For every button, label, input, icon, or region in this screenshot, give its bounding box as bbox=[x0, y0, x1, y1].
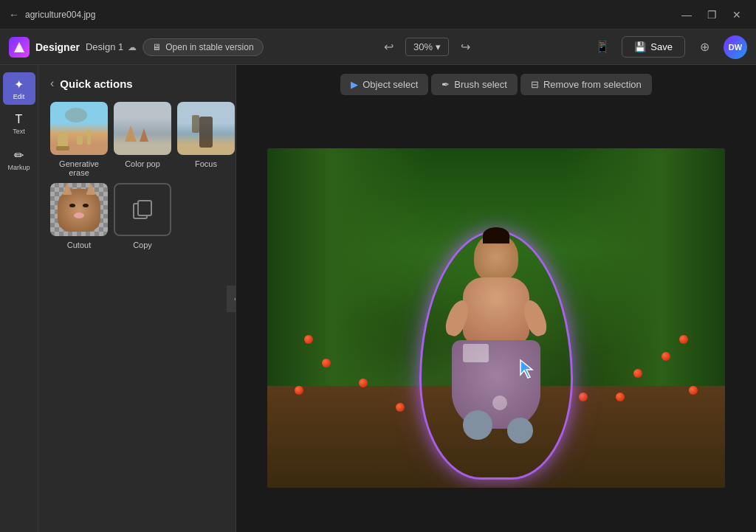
copy-icon bbox=[131, 198, 154, 221]
cursor-arrow-icon bbox=[519, 359, 534, 379]
action-generative-erase[interactable]: Generative erase bbox=[50, 102, 108, 177]
tomato bbox=[304, 335, 313, 344]
agriculture-background bbox=[267, 148, 725, 488]
minimize-button[interactable]: — bbox=[676, 4, 697, 25]
share-icon: ⊕ bbox=[700, 40, 709, 54]
design-label: Design 1 ☁ bbox=[86, 41, 137, 52]
brand-name: Designer bbox=[35, 41, 80, 53]
close-button[interactable]: ✕ bbox=[726, 4, 747, 25]
menu-right: 📱 💾 Save ⊕ DW bbox=[591, 35, 747, 59]
copy-thumbnail bbox=[114, 183, 171, 236]
panel-title: Quick actions bbox=[60, 77, 132, 90]
tomato bbox=[396, 403, 405, 412]
chevron-down-icon: ▾ bbox=[436, 41, 441, 52]
highlight-shape bbox=[463, 344, 489, 362]
brush-select-button[interactable]: ✒ Brush select bbox=[431, 74, 518, 95]
selection-toolbar: ▶ Object select ✒ Brush select ⊟ Remove … bbox=[236, 65, 756, 103]
svg-marker-0 bbox=[14, 42, 24, 52]
undo-button[interactable]: ↩ bbox=[379, 37, 399, 58]
focus-thumbnail bbox=[177, 102, 235, 155]
quick-actions-panel: ‹ Quick actions Generative erase bbox=[38, 65, 236, 532]
redo-button[interactable]: ↪ bbox=[455, 37, 475, 58]
maximize-button[interactable]: ❐ bbox=[701, 4, 722, 25]
color-pop-label: Color pop bbox=[125, 159, 160, 168]
action-color-pop[interactable]: Color pop bbox=[114, 102, 171, 177]
brand-logo bbox=[9, 37, 30, 58]
save-button[interactable]: 💾 Save bbox=[622, 36, 685, 58]
mobile-preview-button[interactable]: 📱 bbox=[591, 35, 614, 59]
monitor-icon: 🖥 bbox=[152, 42, 161, 52]
tomato bbox=[689, 386, 698, 395]
canvas-container bbox=[236, 103, 756, 532]
avatar[interactable]: DW bbox=[724, 35, 747, 59]
menu-center: ↩ 30% ▾ ↪ bbox=[272, 37, 583, 58]
generative-erase-thumbnail bbox=[50, 102, 108, 155]
svg-rect-2 bbox=[138, 201, 151, 215]
back-nav-icon[interactable]: ← bbox=[9, 9, 19, 21]
tomato bbox=[579, 393, 588, 401]
open-stable-button[interactable]: 🖥 Open in stable version bbox=[142, 38, 263, 56]
sidebar-item-markup[interactable]: ✏ Markup bbox=[3, 143, 35, 176]
window-controls: — ❐ ✕ bbox=[676, 4, 747, 25]
save-icon: 💾 bbox=[634, 41, 646, 52]
phone-icon: 📱 bbox=[595, 40, 610, 54]
tomato bbox=[322, 359, 331, 367]
action-focus[interactable]: Focus bbox=[177, 102, 235, 177]
cloud-save-icon: ☁ bbox=[128, 42, 137, 52]
generative-erase-label: Generative erase bbox=[50, 159, 108, 177]
text-icon: T bbox=[16, 113, 23, 126]
canvas-area: ▶ Object select ✒ Brush select ⊟ Remove … bbox=[236, 65, 756, 532]
object-select-button[interactable]: ▶ Object select bbox=[340, 74, 428, 95]
tool-sidebar: ✦ Edit T Text ✏ Markup bbox=[0, 65, 38, 532]
remove-selection-icon: ⊟ bbox=[531, 79, 539, 90]
window-title: agriculture004.jpg bbox=[25, 10, 95, 20]
action-cutout[interactable]: Cutout bbox=[50, 183, 108, 249]
panel-collapse-handle[interactable]: ‹ bbox=[227, 286, 236, 312]
remove-from-selection-button[interactable]: ⊟ Remove from selection bbox=[520, 74, 652, 95]
back-button[interactable]: ‹ bbox=[50, 77, 54, 90]
action-copy[interactable]: Copy bbox=[114, 183, 171, 249]
focus-label: Focus bbox=[195, 159, 217, 168]
tomato bbox=[633, 369, 642, 378]
sidebar-item-text[interactable]: T Text bbox=[3, 108, 35, 140]
object-select-icon: ▶ bbox=[351, 79, 358, 90]
tomato bbox=[295, 386, 303, 395]
title-bar: ← agriculture004.jpg — ❐ ✕ bbox=[0, 0, 756, 30]
share-button[interactable]: ⊕ bbox=[693, 35, 716, 59]
edit-icon: ✦ bbox=[14, 77, 24, 91]
main-content: ✦ Edit T Text ✏ Markup ‹ Quick actions bbox=[0, 65, 756, 532]
zoom-control[interactable]: 30% ▾ bbox=[405, 38, 449, 56]
cutout-label: Cutout bbox=[67, 241, 91, 249]
menu-bar: Designer Design 1 ☁ 🖥 Open in stable ver… bbox=[0, 30, 756, 65]
sidebar-item-edit[interactable]: ✦ Edit bbox=[3, 72, 35, 105]
tomato bbox=[662, 352, 670, 361]
cutout-thumbnail bbox=[50, 183, 108, 236]
canvas-image bbox=[267, 148, 725, 488]
panel-header: ‹ Quick actions bbox=[50, 77, 224, 90]
person-selection bbox=[422, 233, 570, 477]
svg-marker-3 bbox=[520, 360, 532, 378]
color-pop-thumbnail bbox=[114, 102, 171, 155]
copy-label: Copy bbox=[133, 241, 152, 249]
actions-grid: Generative erase Color pop bbox=[50, 102, 224, 249]
markup-icon: ✏ bbox=[14, 148, 24, 162]
tomato bbox=[616, 393, 625, 401]
highlight-shape bbox=[492, 395, 507, 410]
brush-select-icon: ✒ bbox=[441, 79, 450, 90]
tomato bbox=[679, 335, 688, 344]
